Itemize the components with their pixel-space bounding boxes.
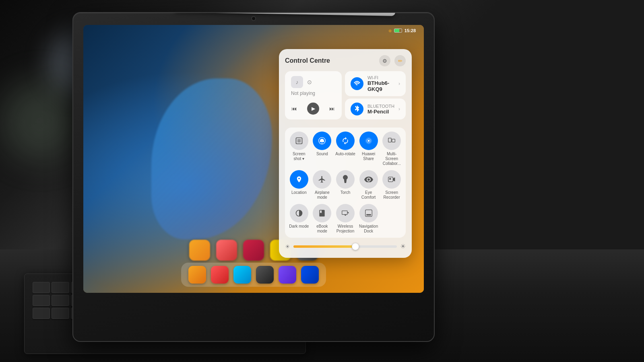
darkmode-label: Dark mode	[289, 224, 309, 229]
dock-icon-2[interactable]	[211, 266, 229, 284]
dock	[181, 263, 326, 287]
background-scene: ⊛ 15:28	[0, 0, 644, 362]
bt-name: M-Pencil	[367, 109, 394, 115]
wifi-icon	[351, 77, 363, 90]
wifi-tile[interactable]: Wi-Fi BTHub6-GKQ9 ›	[345, 71, 406, 96]
dock-icon-6[interactable]	[301, 266, 319, 284]
autorotate-toggle[interactable]: Auto-rotate	[335, 132, 355, 166]
settings-icon: ⚙	[382, 58, 387, 64]
status-time: 15:28	[405, 28, 416, 33]
brightness-fill	[293, 245, 355, 248]
huawei-share-label: HuaweiShare	[362, 152, 375, 161]
brightness-slider[interactable]	[293, 245, 397, 248]
music-icon: ♪	[291, 76, 303, 88]
quick-toggles-row2: Location Airplanemode	[289, 170, 402, 200]
ebook-btn[interactable]	[313, 204, 331, 222]
screenshot-toggle[interactable]: Screenshot ▾	[289, 132, 309, 166]
navdock-toggle[interactable]: NavigationDock	[359, 204, 379, 234]
sound-label: Sound	[316, 152, 328, 156]
svg-rect-7	[392, 139, 395, 142]
svg-point-3	[367, 140, 369, 142]
tablet-device: ⊛ 15:28	[72, 12, 435, 342]
autorotate-btn[interactable]	[336, 132, 355, 150]
location-toggle[interactable]: Location	[289, 170, 309, 200]
bluetooth-tile[interactable]: Bluetooth M-Pencil ›	[345, 99, 406, 119]
bt-type-label: Bluetooth	[367, 104, 394, 109]
bluetooth-icon	[351, 103, 363, 115]
screenshot-label: Screenshot ▾	[293, 152, 305, 161]
status-battery	[394, 29, 402, 33]
screenrecorder-toggle[interactable]: ScreenRecorder	[382, 170, 402, 200]
quick-toggles-row3: Dark mode eBookmode	[289, 204, 402, 234]
brightness-control[interactable]: ☀ ☀	[285, 241, 406, 252]
multiscreen-label: Multi-ScreenCollabor...	[382, 152, 402, 166]
not-playing-label: Not playing	[291, 90, 336, 96]
svg-rect-9	[389, 178, 391, 180]
sound-toggle[interactable]: Sound	[312, 132, 332, 166]
edit-icon: ✏	[398, 58, 402, 64]
autorotate-label: Auto-rotate	[335, 152, 355, 156]
huawei-share-toggle[interactable]: HuaweiShare	[359, 132, 379, 166]
empty-cell	[382, 204, 402, 234]
multiscreen-toggle[interactable]: Multi-ScreenCollabor...	[382, 132, 402, 166]
eyecomfort-toggle[interactable]: Eye Comfort	[359, 170, 379, 200]
settings-button[interactable]: ⚙	[379, 55, 390, 66]
svg-rect-10	[342, 211, 347, 214]
airplane-toggle[interactable]: Airplanemode	[312, 170, 332, 200]
multiscreen-btn[interactable]	[382, 132, 401, 150]
svg-rect-12	[366, 214, 371, 216]
dock-icon-4[interactable]	[256, 266, 274, 284]
wireless-label: WirelessProjection	[336, 224, 354, 234]
next-button[interactable]: ⏭	[329, 105, 335, 112]
eyecomfort-btn[interactable]	[359, 170, 378, 189]
ebook-toggle[interactable]: eBookmode	[312, 204, 332, 234]
wifi-chevron-icon: ›	[398, 81, 400, 86]
tablet-screen: ⊛ 15:28	[83, 25, 424, 293]
navdock-btn[interactable]	[359, 204, 378, 222]
location-btn[interactable]	[290, 170, 308, 189]
front-camera	[251, 16, 256, 21]
dock-icon-1[interactable]	[188, 266, 206, 284]
torch-toggle[interactable]: Torch	[335, 170, 355, 200]
screenshot-btn[interactable]	[290, 132, 308, 150]
brightness-thumb[interactable]	[352, 243, 359, 250]
screenrecorder-btn[interactable]	[382, 170, 401, 189]
eyecomfort-label: Eye Comfort	[359, 190, 379, 200]
prev-button[interactable]: ⏮	[291, 105, 297, 112]
media-airplay-icon: ⊙	[307, 79, 312, 85]
sound-btn[interactable]	[313, 132, 331, 150]
control-centre-panel: Control Centre ⚙ ✏	[279, 49, 412, 258]
cc-header: Control Centre ⚙ ✏	[285, 55, 406, 66]
media-player: ♪ ⊙ Not playing ⏮ ▶ ⏭	[285, 71, 342, 119]
wallpaper-shape	[151, 78, 272, 239]
play-button[interactable]: ▶	[307, 103, 319, 115]
airplane-label: Airplanemode	[315, 190, 330, 200]
edit-button[interactable]: ✏	[394, 55, 406, 66]
torch-btn[interactable]	[336, 170, 355, 189]
darkmode-toggle[interactable]: Dark mode	[289, 204, 309, 234]
svg-rect-1	[297, 139, 301, 142]
torch-label: Torch	[341, 190, 350, 195]
dock-icon-3[interactable]	[233, 266, 251, 284]
airplane-btn[interactable]	[313, 170, 331, 189]
stylus-pen	[174, 12, 395, 16]
wifi-name: BTHub6-GKQ9	[367, 80, 394, 92]
status-wifi-icon: ⊛	[388, 29, 392, 33]
huawei-share-btn[interactable]	[359, 132, 378, 150]
location-label: Location	[291, 190, 307, 195]
wifi-type-label: Wi-Fi	[367, 75, 394, 80]
dock-icon-5[interactable]	[279, 266, 296, 284]
cc-action-icons: ⚙ ✏	[379, 55, 406, 66]
screenrecorder-label: ScreenRecorder	[384, 190, 400, 200]
wireless-toggle[interactable]: WirelessProjection	[335, 204, 355, 234]
bg-blur-2	[0, 80, 80, 161]
cc-title: Control Centre	[285, 57, 330, 64]
navdock-label: NavigationDock	[359, 224, 378, 234]
brightness-low-icon: ☀	[285, 243, 290, 250]
svg-rect-6	[388, 138, 392, 142]
quick-toggles-row1: Screenshot ▾	[289, 132, 402, 166]
wireless-btn[interactable]	[336, 204, 355, 222]
darkmode-btn[interactable]	[290, 204, 308, 222]
bt-chevron-icon: ›	[398, 106, 400, 112]
music-note-icon: ♪	[296, 79, 299, 85]
